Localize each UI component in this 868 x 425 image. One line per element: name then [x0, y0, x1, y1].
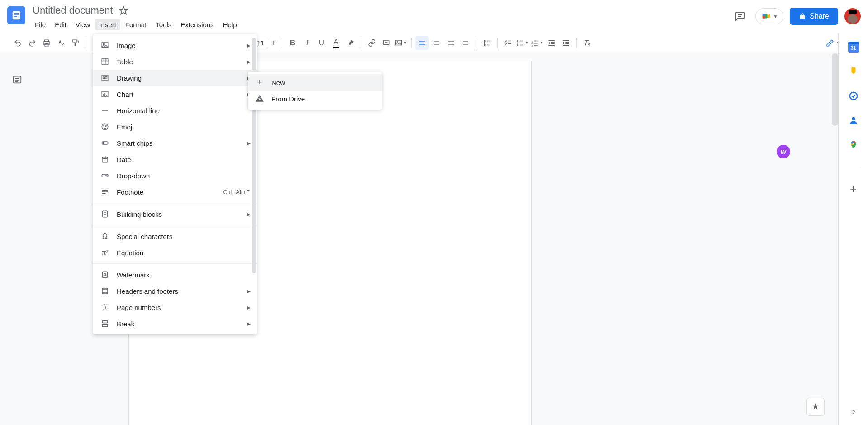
highlight-button[interactable] — [344, 36, 357, 50]
insert-equation[interactable]: π² Equation — [93, 244, 257, 261]
hide-side-panel-button[interactable] — [849, 408, 858, 416]
docs-logo-icon[interactable] — [7, 6, 25, 24]
insert-break[interactable]: Break ▶ — [93, 315, 257, 332]
drawing-submenu: + New From Drive — [248, 72, 382, 110]
insert-date[interactable]: Date — [93, 151, 257, 167]
insert-footnote[interactable]: Footnote Ctrl+Alt+F — [93, 184, 257, 200]
font-size-increase[interactable]: + — [269, 39, 278, 47]
insert-horizontal-line[interactable]: Horizontal line — [93, 102, 257, 119]
italic-button[interactable]: I — [300, 36, 314, 50]
title-area: Untitled document File Edit View Insert … — [31, 4, 731, 30]
account-avatar[interactable] — [844, 8, 861, 24]
svg-rect-41 — [520, 43, 523, 43]
svg-point-84 — [103, 143, 104, 144]
insert-smart-chips[interactable]: Smart chips ▶ — [93, 135, 257, 151]
checklist-button[interactable] — [501, 36, 515, 50]
menu-help[interactable]: Help — [219, 19, 241, 30]
svg-rect-96 — [103, 272, 108, 278]
svg-point-81 — [104, 126, 104, 127]
scrollbar-thumb[interactable] — [832, 53, 838, 126]
share-button[interactable]: Share — [790, 8, 838, 25]
tasks-icon[interactable] — [848, 91, 859, 101]
bulleted-list-button[interactable]: ▼ — [516, 36, 529, 50]
maps-icon[interactable] — [848, 139, 859, 150]
star-icon[interactable] — [119, 6, 128, 15]
menu-insert[interactable]: Insert — [95, 19, 120, 30]
svg-rect-1 — [14, 13, 19, 14]
chevron-right-icon: ▶ — [247, 59, 251, 64]
svg-rect-14 — [73, 40, 77, 42]
undo-button[interactable] — [11, 36, 24, 50]
calendar-icon[interactable]: 31 — [848, 42, 859, 53]
table-icon — [100, 57, 109, 66]
insert-menu-dropdown: Image ▶ Table ▶ Drawing ▶ Chart ▶ Horizo… — [93, 34, 257, 334]
increase-indent-button[interactable] — [559, 36, 573, 50]
insert-dropdown[interactable]: Drop-down — [93, 167, 257, 184]
line-spacing-button[interactable] — [480, 36, 493, 50]
separator — [576, 38, 577, 48]
insert-image-button[interactable]: ▼ — [394, 36, 408, 50]
svg-rect-74 — [105, 77, 107, 79]
insert-watermark-label: Watermark — [117, 271, 150, 279]
insert-special-characters-label: Special characters — [117, 233, 172, 240]
svg-rect-3 — [14, 16, 17, 17]
wordtune-badge-icon[interactable]: w — [777, 145, 790, 158]
chart-icon — [100, 90, 109, 99]
separator — [93, 263, 257, 264]
insert-link-button[interactable] — [365, 36, 379, 50]
insert-table[interactable]: Table ▶ — [93, 53, 257, 70]
paint-format-button[interactable] — [69, 36, 82, 50]
insert-chart[interactable]: Chart ▶ — [93, 86, 257, 102]
insert-emoji[interactable]: Emoji — [93, 119, 257, 135]
menu-view[interactable]: View — [71, 19, 94, 30]
insert-image[interactable]: Image ▶ — [93, 37, 257, 53]
align-justify-button[interactable] — [459, 36, 472, 50]
keep-icon[interactable] — [848, 66, 859, 77]
document-title[interactable]: Untitled document — [31, 4, 114, 17]
add-comment-button[interactable] — [379, 36, 393, 50]
align-right-button[interactable] — [444, 36, 458, 50]
plus-icon: + — [255, 78, 264, 87]
contacts-icon[interactable] — [848, 115, 859, 126]
insert-building-blocks[interactable]: Building blocks ▶ — [93, 206, 257, 222]
numbered-list-button[interactable]: 123▼ — [530, 36, 544, 50]
drawing-new-label: New — [271, 79, 285, 86]
menu-tools[interactable]: Tools — [152, 19, 175, 30]
redo-button[interactable] — [25, 36, 39, 50]
insert-page-numbers[interactable]: # Page numbers ▶ — [93, 299, 257, 315]
align-left-button[interactable] — [415, 36, 429, 50]
menu-format[interactable]: Format — [121, 19, 151, 30]
clear-formatting-button[interactable] — [580, 36, 594, 50]
explore-button[interactable] — [806, 398, 825, 416]
comment-history-icon[interactable] — [731, 7, 749, 25]
underline-button[interactable]: U — [315, 36, 328, 50]
text-color-button[interactable]: A — [329, 36, 343, 50]
drawing-from-drive[interactable]: From Drive — [248, 91, 382, 107]
align-center-button[interactable] — [430, 36, 443, 50]
bold-button[interactable]: B — [286, 36, 299, 50]
insert-drawing[interactable]: Drawing ▶ — [93, 70, 257, 86]
drawing-new[interactable]: + New — [248, 74, 382, 91]
svg-point-64 — [852, 117, 855, 120]
insert-headers-footers-label: Headers and footers — [117, 287, 178, 295]
drawing-from-drive-label: From Drive — [271, 95, 305, 103]
insert-equation-label: Equation — [117, 249, 143, 257]
insert-headers-footers[interactable]: Headers and footers ▶ — [93, 283, 257, 299]
insert-watermark[interactable]: Watermark — [93, 267, 257, 283]
menu-file[interactable]: File — [31, 19, 50, 30]
menu-extensions[interactable]: Extensions — [176, 19, 218, 30]
add-addon-icon[interactable]: + — [848, 183, 859, 194]
svg-rect-98 — [102, 288, 108, 294]
document-outline-button[interactable] — [9, 72, 25, 88]
insert-special-characters[interactable]: Ω Special characters — [93, 228, 257, 244]
separator — [476, 38, 476, 48]
svg-rect-10 — [763, 16, 765, 19]
insert-chart-label: Chart — [117, 91, 133, 98]
meet-button[interactable]: ▼ — [755, 8, 783, 24]
decrease-indent-button[interactable] — [545, 36, 558, 50]
print-button[interactable] — [40, 36, 53, 50]
spellcheck-button[interactable] — [54, 36, 68, 50]
menu-edit[interactable]: Edit — [51, 19, 71, 30]
side-panel: 31 + — [838, 33, 868, 425]
dropdown-icon — [100, 171, 109, 180]
